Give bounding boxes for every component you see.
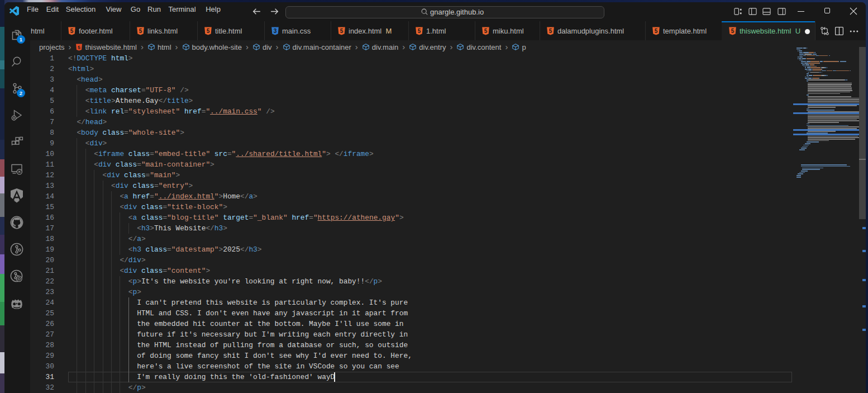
svg-text:5: 5 bbox=[484, 28, 488, 34]
svg-text:3: 3 bbox=[274, 28, 277, 34]
svg-text:5: 5 bbox=[78, 45, 80, 50]
svg-text:5: 5 bbox=[418, 28, 421, 34]
svg-text:5: 5 bbox=[655, 28, 658, 34]
svg-text:5: 5 bbox=[340, 28, 344, 34]
svg-text:5: 5 bbox=[731, 28, 735, 34]
svg-text:5: 5 bbox=[549, 28, 552, 34]
svg-text:5: 5 bbox=[207, 28, 210, 34]
svg-text:5: 5 bbox=[139, 28, 142, 34]
svg-text:5: 5 bbox=[70, 28, 74, 34]
